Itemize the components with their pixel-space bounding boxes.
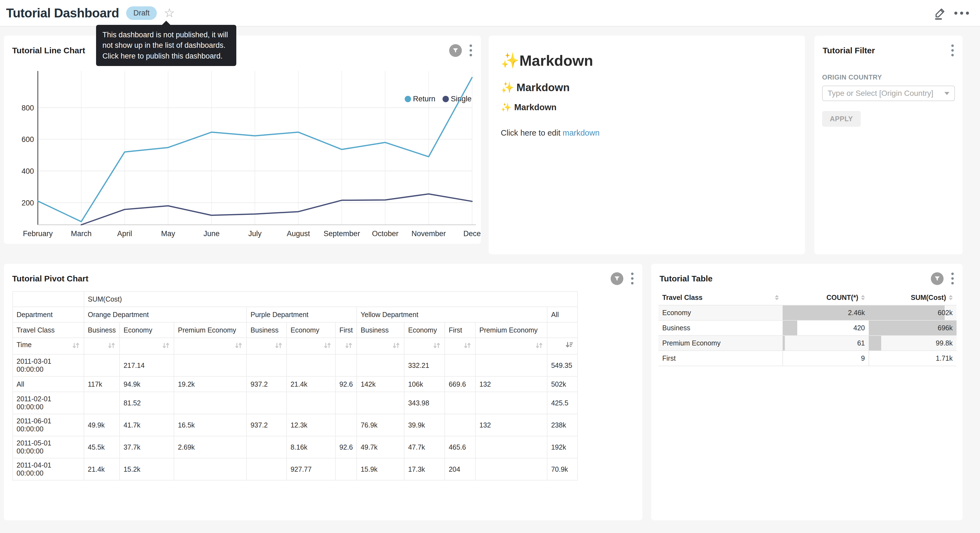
sort-icon[interactable] — [274, 342, 283, 351]
pivot-sorter-cell — [174, 338, 247, 354]
filter-body: ORIGIN COUNTRY Type or Select [Origin Co… — [815, 57, 963, 127]
pivot-value-cell — [286, 354, 336, 377]
pivot-sorter-cell — [336, 338, 357, 354]
sort-icon[interactable] — [345, 342, 353, 351]
y-axis-label: 600 — [22, 135, 34, 144]
pivot-value-cell — [445, 414, 476, 436]
column-label: SUM(Cost) — [911, 294, 946, 302]
sort-icon[interactable] — [234, 342, 243, 351]
pivot-value-cell — [336, 458, 357, 480]
sort-icon[interactable] — [107, 342, 116, 351]
publish-tooltip: This dashboard is not published, it will… — [96, 25, 236, 66]
line-chart-plot[interactable]: 200400600800FebruaryMarchAprilMayJuneJul… — [4, 36, 481, 244]
sort-icon[interactable] — [392, 342, 400, 351]
pivot-sorter-cell — [286, 338, 336, 354]
pivot-row: 2011-04-0100:00:0021.4k15.2k927.7715.9k1… — [13, 458, 578, 480]
pivot-value-cell: 94.9k — [119, 377, 174, 392]
pivot-value-cell — [286, 392, 336, 414]
markdown-card: ✨Markdown ✨Markdown ✨Markdown Click here… — [488, 36, 805, 254]
x-axis-label: February — [23, 230, 53, 238]
origin-country-select[interactable]: Type or Select [Origin Country] — [822, 86, 955, 101]
favorite-star-icon[interactable]: ☆ — [164, 7, 175, 19]
sort-icon[interactable] — [535, 342, 543, 351]
sort-icon[interactable] — [463, 342, 471, 351]
pivot-value-cell — [84, 392, 119, 414]
table-col-header-sum-cost-[interactable]: SUM(Cost) — [869, 290, 956, 305]
dashboard-canvas: Tutorial Dashboard Draft ☆ This dashboar… — [0, 0, 980, 533]
edit-pencil-icon[interactable] — [933, 6, 947, 20]
more-horizontal-icon[interactable] — [955, 11, 969, 14]
x-axis-label: March — [71, 230, 92, 238]
pivot-value-cell: 549.35 — [547, 354, 578, 377]
pivot-row: 2011-05-0100:00:0045.5k37.7k2.69k8.16k92… — [13, 436, 578, 458]
tooltip-text: This dashboard is not published, it will… — [102, 31, 228, 60]
pivot-class-header: Travel Class — [13, 322, 84, 338]
pivot-value-cell: 76.9k — [357, 414, 404, 436]
pivot-value-cell — [336, 354, 357, 377]
pivot-class-col: Business — [247, 322, 286, 338]
table-row[interactable]: First91.71k — [659, 351, 956, 366]
filter-indicator-icon[interactable] — [931, 272, 943, 285]
pivot-value-cell — [476, 354, 547, 377]
markdown-edit-link[interactable]: markdown — [563, 128, 600, 137]
sort-icon[interactable] — [72, 342, 80, 351]
pivot-class-col: Economy — [286, 322, 336, 338]
pivot-value-cell: 49.9k — [84, 414, 119, 436]
pivot-value-cell: 204 — [445, 458, 476, 480]
pivot-value-cell: 41.7k — [119, 414, 174, 436]
pivot-value-cell: 106k — [404, 377, 445, 392]
travel-class-cell: Economy — [659, 305, 783, 320]
sort-descending-active-icon[interactable] — [565, 342, 574, 351]
pivot-class-col: Premium Economy — [174, 322, 247, 338]
pivot-value-cell: 21.4k — [84, 458, 119, 480]
table-row[interactable]: Business420696k — [659, 320, 956, 335]
kebab-menu-icon[interactable] — [950, 43, 955, 57]
x-axis-label: May — [161, 230, 175, 238]
filter-indicator-icon[interactable] — [611, 272, 623, 285]
data-bar — [783, 351, 783, 365]
pivot-sorter-cell — [445, 338, 476, 354]
table-row[interactable]: Premium Economy6199.8k — [659, 335, 956, 351]
dashboard-header: Tutorial Dashboard Draft ☆ — [0, 0, 980, 27]
sort-icon[interactable] — [433, 342, 441, 351]
pivot-value-cell — [174, 392, 247, 414]
sparkles-icon: ✨ — [501, 81, 514, 94]
pivot-value-cell: 927.77 — [286, 458, 336, 480]
cell-value: 602k — [873, 309, 953, 317]
pivot-card-title: Tutorial Pivot Chart — [12, 274, 611, 283]
table-row[interactable]: Economy2.46k602k — [659, 305, 956, 320]
pivot-dept-group: Purple Department — [247, 307, 357, 322]
cell-value: 1.71k — [873, 354, 953, 362]
kebab-menu-icon[interactable] — [950, 271, 955, 286]
pivot-value-cell — [357, 354, 404, 377]
pivot-class-col: Economy — [404, 322, 445, 338]
table-col-header-count-[interactable]: COUNT(*) — [783, 290, 869, 305]
count-cell: 61 — [783, 335, 869, 351]
pivot-value-cell: 92.6 — [336, 436, 357, 458]
pivot-value-cell — [476, 436, 547, 458]
pivot-value-cell: 12.3k — [286, 414, 336, 436]
pivot-row-label: 2011-06-0100:00:00 — [13, 414, 84, 436]
kebab-menu-icon[interactable] — [630, 271, 635, 286]
apply-button[interactable]: APPLY — [822, 111, 861, 127]
pivot-value-cell — [336, 414, 357, 436]
pivot-row: All117k94.9k19.2k937.221.4k92.6142k106k6… — [13, 377, 578, 392]
count-cell: 9 — [783, 351, 869, 366]
series-line-single[interactable] — [81, 194, 472, 225]
pivot-value-cell: 16.5k — [174, 414, 247, 436]
pivot-value-cell: 132 — [476, 377, 547, 392]
count-cell: 2.46k — [783, 305, 869, 320]
sort-icon[interactable] — [162, 342, 170, 351]
pivot-value-cell: 502k — [547, 377, 578, 392]
table-col-header-travel-class[interactable]: Travel Class — [659, 290, 783, 305]
sort-icon[interactable] — [323, 342, 331, 351]
x-axis-label: September — [323, 230, 360, 238]
pivot-value-cell: 47.7k — [404, 436, 445, 458]
pivot-sorter-cell — [547, 338, 578, 354]
filter-card-title: Tutorial Filter — [822, 46, 950, 55]
draft-badge[interactable]: Draft — [126, 6, 157, 20]
pivot-dept-group: Yellow Department — [357, 307, 547, 322]
pivot-class-col: First — [336, 322, 357, 338]
column-label: COUNT(*) — [827, 294, 858, 302]
travel-class-cell: Premium Economy — [659, 335, 783, 351]
